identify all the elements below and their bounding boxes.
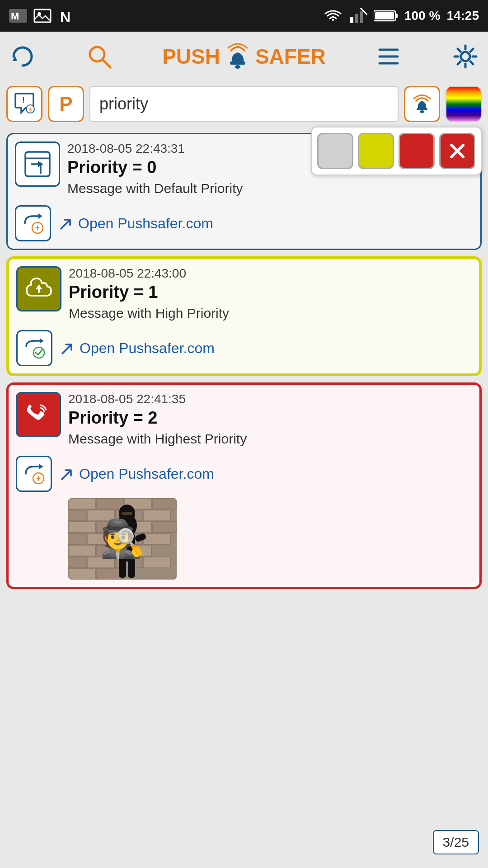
card-timestamp-2: 2018-08-05 22:41:35 — [68, 392, 472, 406]
svg-rect-59 — [96, 545, 123, 556]
n-icon: N — [58, 7, 76, 25]
open-link-0[interactable]: Open Pushsafer.com — [58, 215, 213, 232]
reply-icon-0[interactable]: + — [15, 205, 51, 241]
svg-rect-65 — [68, 569, 95, 580]
svg-rect-62 — [87, 557, 114, 568]
svg-rect-47 — [87, 510, 114, 521]
open-link-text-1: Open Pushsafer.com — [80, 340, 215, 357]
color-filter-dropdown — [311, 127, 482, 175]
svg-rect-55 — [87, 533, 114, 544]
svg-text:N: N — [60, 9, 70, 25]
chat-filter-button[interactable]: ! + — [6, 86, 42, 122]
card-actions-0: + Open Pushsafer.com — [15, 205, 473, 241]
refresh-button[interactable] — [9, 43, 36, 70]
svg-rect-58 — [68, 545, 95, 556]
pagination: 3/25 — [433, 830, 479, 854]
svg-rect-42 — [68, 498, 95, 509]
logo-safer: SAFER — [255, 44, 326, 69]
svg-point-25 — [420, 110, 424, 113]
pagination-label: 3/25 — [443, 835, 469, 849]
card-header-1: 2018-08-05 22:43:00 Priority = 1 Message… — [16, 266, 472, 326]
signal-icon — [349, 8, 367, 24]
battery-icon — [374, 9, 398, 23]
svg-point-16 — [235, 65, 240, 69]
svg-rect-56 — [115, 533, 142, 544]
status-left-icons: M N — [9, 7, 76, 25]
svg-rect-49 — [143, 510, 170, 521]
open-link-text-0: Open Pushsafer.com — [78, 215, 213, 232]
svg-rect-2 — [34, 9, 51, 22]
open-link-1[interactable]: Open Pushsafer.com — [60, 340, 215, 357]
svg-text:!: ! — [22, 95, 25, 104]
image-icon — [33, 7, 52, 25]
svg-rect-73 — [119, 560, 126, 578]
svg-rect-74 — [128, 560, 135, 578]
color-filter-button[interactable] — [446, 86, 482, 122]
svg-rect-64 — [143, 557, 170, 568]
svg-rect-69 — [122, 512, 132, 515]
filter-bar: ! + P — [0, 81, 488, 127]
card-title-2: Priority = 2 — [68, 408, 472, 428]
logo-bell-icon — [222, 41, 253, 72]
svg-marker-36 — [40, 338, 43, 344]
color-filter-yellow[interactable] — [358, 133, 394, 169]
svg-rect-52 — [124, 522, 151, 533]
reply-icon-1[interactable] — [16, 330, 52, 366]
svg-rect-70 — [119, 534, 135, 561]
message-card-2: 2018-08-05 22:41:35 Priority = 2 Message… — [6, 382, 482, 589]
color-filter-gray[interactable] — [317, 133, 353, 169]
card-thumbnail-2 — [68, 498, 177, 580]
svg-text:M: M — [11, 10, 19, 22]
svg-text:+: + — [36, 474, 41, 483]
svg-rect-5 — [350, 17, 353, 23]
svg-marker-35 — [35, 285, 42, 289]
logo-push: PUSH — [162, 44, 220, 69]
svg-marker-38 — [39, 464, 43, 469]
status-right: 100 % 14:25 — [323, 8, 479, 24]
card-body-2: Message with Highest Priority — [68, 431, 472, 447]
svg-rect-10 — [395, 14, 398, 18]
svg-rect-60 — [124, 545, 151, 556]
nav-bar: PUSH SAFER — [0, 32, 488, 81]
status-bar: M N 10 — [0, 0, 488, 32]
svg-rect-53 — [152, 522, 177, 533]
svg-rect-61 — [68, 557, 86, 568]
color-filter-close[interactable] — [439, 133, 475, 169]
svg-line-14 — [103, 60, 110, 67]
card-title-1: Priority = 1 — [69, 283, 472, 302]
svg-rect-50 — [68, 522, 95, 533]
svg-rect-6 — [355, 14, 358, 23]
svg-rect-57 — [143, 533, 170, 544]
svg-point-20 — [461, 52, 470, 61]
card-icon-0 — [15, 142, 60, 187]
card-icon-1 — [16, 266, 61, 311]
priority-filter-button[interactable]: P — [48, 86, 84, 122]
open-link-2[interactable]: Open Pushsafer.com — [59, 466, 214, 482]
svg-text:+: + — [35, 223, 40, 232]
svg-text:+: + — [28, 106, 32, 113]
menu-button[interactable] — [375, 43, 402, 70]
reply-icon-2[interactable]: + — [16, 456, 52, 492]
svg-rect-24 — [417, 108, 427, 110]
card-timestamp-1: 2018-08-05 22:43:00 — [69, 266, 472, 281]
settings-button[interactable] — [452, 43, 479, 70]
app-logo: PUSH SAFER — [162, 41, 326, 72]
color-filter-red[interactable] — [399, 133, 435, 169]
card-header-2: 2018-08-05 22:41:35 Priority = 2 Message… — [16, 392, 472, 451]
card-content-2: 2018-08-05 22:41:35 Priority = 2 Message… — [68, 392, 472, 451]
svg-marker-31 — [38, 213, 42, 219]
svg-rect-11 — [375, 12, 394, 19]
svg-rect-46 — [68, 510, 86, 521]
gmail-icon: M — [9, 7, 27, 25]
open-link-text-2: Open Pushsafer.com — [79, 466, 214, 482]
search-button[interactable] — [86, 43, 113, 70]
notification-bell-button[interactable] — [404, 86, 440, 122]
card-content-1: 2018-08-05 22:43:00 Priority = 1 Message… — [69, 266, 472, 326]
card-icon-2 — [16, 392, 61, 437]
search-input[interactable] — [89, 86, 399, 122]
priority-label: P — [59, 93, 72, 115]
message-card-1: 2018-08-05 22:43:00 Priority = 1 Message… — [6, 256, 482, 376]
svg-rect-71 — [107, 533, 119, 542]
svg-rect-54 — [68, 533, 86, 544]
svg-rect-72 — [134, 533, 146, 542]
